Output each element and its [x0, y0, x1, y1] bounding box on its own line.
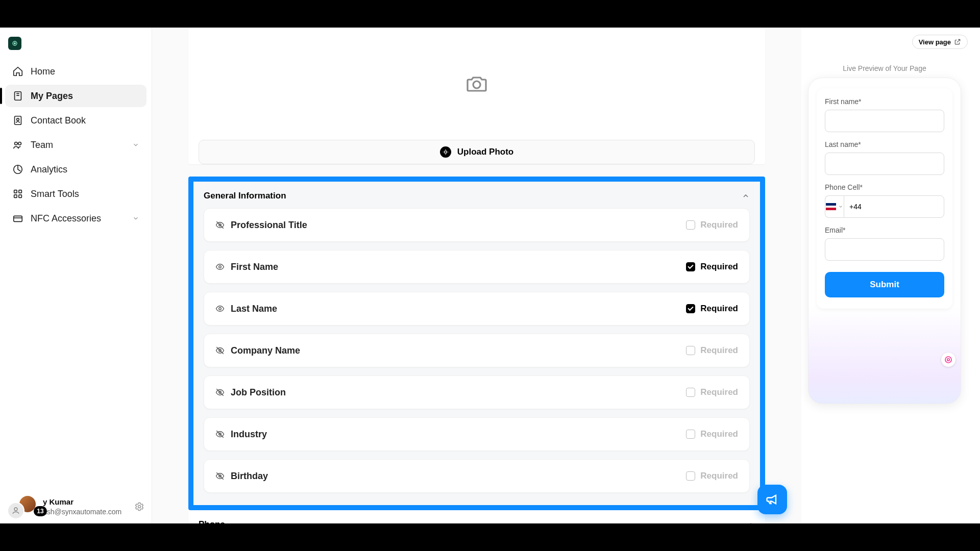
section-title: Phone [199, 519, 225, 523]
required-checkbox[interactable] [686, 220, 695, 230]
sidebar: Home My Pages Contact Book Team Analytic… [0, 28, 152, 523]
field-right: Required [686, 220, 738, 230]
brand-icon [11, 39, 19, 47]
view-page-button[interactable]: View page [912, 35, 968, 49]
required-checkbox[interactable] [686, 430, 695, 439]
field-left: Last Name [215, 304, 277, 314]
visibility-toggle[interactable] [215, 220, 225, 230]
required-label: Required [700, 262, 738, 272]
required-checkbox[interactable] [686, 346, 695, 355]
field-row[interactable]: Professional TitleRequired [204, 208, 750, 242]
field-label: Industry [231, 429, 267, 440]
section-header-phone[interactable]: Phone [188, 510, 765, 523]
visibility-toggle[interactable] [215, 388, 225, 397]
main: Upload Photo General Information Profess… [152, 28, 801, 523]
country-code-select[interactable] [825, 195, 844, 218]
field-label: Professional Title [231, 220, 307, 231]
svg-rect-12 [14, 216, 22, 221]
preview-caption: Live Preview of Your Page [801, 49, 968, 78]
visibility-toggle[interactable] [215, 346, 225, 355]
field-row[interactable]: IndustryRequired [204, 417, 750, 451]
general-info-card: General Information Professional TitleRe… [193, 182, 760, 505]
app-root: Home My Pages Contact Book Team Analytic… [0, 28, 980, 523]
sidebar-item-analytics[interactable]: Analytics [5, 158, 146, 181]
nfc-icon [12, 213, 23, 224]
sidebar-item-my-pages[interactable]: My Pages [5, 85, 146, 107]
chevron-up-icon [742, 192, 750, 200]
field-right: Required [686, 345, 738, 356]
sidebar-item-contact-book[interactable]: Contact Book [5, 109, 146, 132]
sidebar-item-home[interactable]: Home [5, 60, 146, 83]
sidebar-item-label: Team [31, 140, 53, 151]
brand-logo[interactable] [8, 37, 21, 50]
email-input[interactable] [825, 238, 944, 261]
field-label: Company Name [231, 345, 300, 356]
help-fab[interactable] [757, 485, 787, 514]
required-label: Required [700, 220, 738, 230]
required-checkbox[interactable] [686, 262, 695, 271]
first-name-input[interactable] [825, 110, 944, 132]
required-checkbox[interactable] [686, 471, 695, 481]
submit-button[interactable]: Submit [825, 272, 944, 297]
field-row[interactable]: BirthdayRequired [204, 459, 750, 493]
sidebar-item-label: Contact Book [31, 115, 86, 126]
svg-rect-9 [19, 190, 22, 193]
svg-point-16 [444, 151, 447, 154]
target-icon [944, 355, 953, 364]
gear-icon[interactable] [134, 502, 144, 512]
section-header-general[interactable]: General Information [193, 182, 760, 208]
home-icon [12, 66, 23, 77]
sidebar-item-nfc-accessories[interactable]: NFC Accessories [5, 207, 146, 230]
required-checkbox[interactable] [686, 388, 695, 397]
upload-label: Upload Photo [457, 147, 513, 157]
uk-flag-icon [826, 203, 836, 210]
eye-icon [215, 262, 225, 271]
sidebar-item-smart-tools[interactable]: Smart Tools [5, 183, 146, 205]
photo-placeholder[interactable] [188, 28, 765, 140]
svg-point-5 [15, 142, 17, 145]
megaphone-icon [765, 492, 779, 507]
user-area[interactable]: 13 y Kumar ash@synxautomate.com [7, 495, 144, 518]
field-left: Professional Title [215, 220, 307, 231]
preview-fab[interactable] [941, 353, 955, 367]
required-label: Required [700, 471, 738, 481]
last-name-input[interactable] [825, 153, 944, 175]
svg-point-14 [138, 506, 141, 508]
svg-point-18 [219, 266, 222, 268]
svg-point-6 [18, 142, 21, 145]
field-label: Birthday [231, 471, 268, 482]
last-name-label: Last name* [825, 140, 944, 148]
field-row[interactable]: First NameRequired [204, 250, 750, 284]
user-email: ash@synxautomate.com [43, 507, 121, 516]
chevron-down-icon [132, 141, 139, 148]
svg-point-24 [945, 357, 951, 363]
field-row[interactable]: Company NameRequired [204, 334, 750, 367]
phone-input[interactable] [844, 195, 944, 218]
phone-section: Phone [188, 510, 765, 523]
field-right: Required [686, 429, 738, 439]
visibility-toggle[interactable] [215, 430, 225, 439]
svg-point-25 [947, 359, 950, 361]
phone-label: Phone Cell* [825, 183, 944, 191]
svg-point-13 [14, 508, 17, 511]
chevron-down-icon [132, 215, 139, 222]
field-right: Required [686, 387, 738, 397]
required-checkbox[interactable] [686, 304, 695, 313]
phone-field [825, 195, 944, 218]
field-label: Job Position [231, 387, 286, 398]
eye-off-icon [215, 430, 225, 439]
chevron-down-icon [838, 204, 843, 209]
sidebar-item-team[interactable]: Team [5, 134, 146, 156]
visibility-toggle[interactable] [215, 262, 225, 271]
field-row[interactable]: Last NameRequired [204, 292, 750, 325]
visibility-toggle[interactable] [215, 304, 225, 313]
visibility-toggle[interactable] [215, 471, 225, 481]
required-label: Required [700, 304, 738, 314]
required-label: Required [700, 345, 738, 356]
upload-photo-button[interactable]: Upload Photo [199, 140, 755, 164]
field-right: Required [686, 471, 738, 481]
nav: Home My Pages Contact Book Team Analytic… [5, 60, 146, 230]
field-row[interactable]: Job PositionRequired [204, 375, 750, 409]
svg-rect-10 [14, 195, 17, 198]
sidebar-item-label: Smart Tools [31, 189, 79, 199]
